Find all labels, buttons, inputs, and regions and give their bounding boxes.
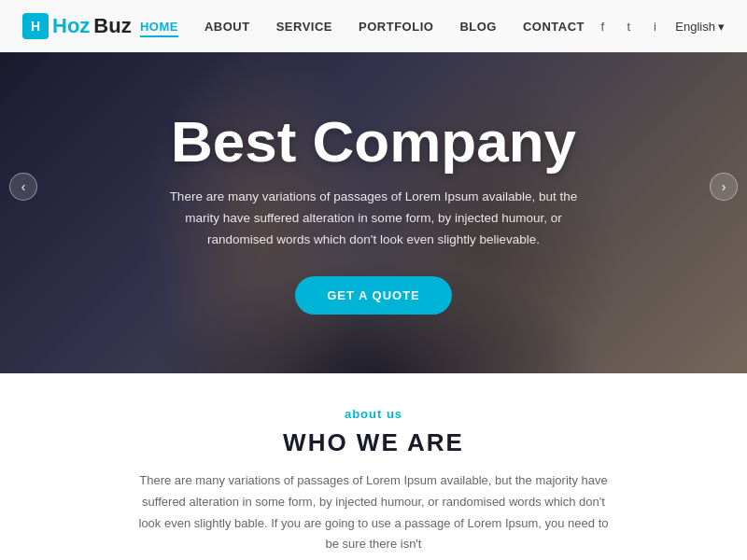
nav-links: HOME ABOUT SERVICE PORTFOLIO BLOG CONTAC… bbox=[140, 18, 585, 35]
about-title: WHO WE ARE bbox=[56, 428, 691, 457]
logo-hoz: Hoz bbox=[52, 14, 90, 38]
nav-item-about[interactable]: ABOUT bbox=[204, 18, 250, 35]
nav-link-contact[interactable]: CONTACT bbox=[523, 20, 585, 34]
carousel-next-button[interactable]: › bbox=[710, 173, 738, 201]
nav-link-blog[interactable]: BLOG bbox=[459, 20, 497, 34]
nav-item-portfolio[interactable]: PORTFOLIO bbox=[359, 18, 433, 35]
nav-link-portfolio[interactable]: PORTFOLIO bbox=[359, 20, 433, 34]
facebook-icon[interactable]: f bbox=[593, 17, 612, 35]
social-icons: f t i bbox=[593, 17, 664, 35]
nav-link-about[interactable]: ABOUT bbox=[204, 20, 250, 34]
hero-section: ‹ › Best Company There are many variatio… bbox=[0, 0, 747, 373]
nav-item-home[interactable]: HOME bbox=[140, 18, 178, 35]
language-label: English bbox=[675, 20, 715, 34]
logo[interactable]: H HozBuz bbox=[22, 13, 132, 39]
about-label: about us bbox=[56, 407, 691, 421]
nav-item-service[interactable]: SERVICE bbox=[276, 18, 332, 35]
nav-right: f t i English ▾ bbox=[593, 17, 725, 35]
navbar: H HozBuz HOME ABOUT SERVICE PORTFOLIO BL… bbox=[0, 0, 747, 52]
twitter-icon[interactable]: t bbox=[619, 17, 638, 35]
chevron-down-icon: ▾ bbox=[718, 20, 725, 34]
logo-icon: H bbox=[22, 13, 49, 39]
hero-content: Best Company There are many variations o… bbox=[0, 0, 747, 373]
get-a-quote-button[interactable]: GET A QUOTE bbox=[295, 276, 452, 315]
about-section: about us WHO WE ARE There are many varia… bbox=[0, 373, 747, 560]
language-selector[interactable]: English ▾ bbox=[675, 20, 725, 34]
nav-link-home[interactable]: HOME bbox=[140, 20, 178, 37]
about-description: There are many variations of passages of… bbox=[131, 470, 616, 555]
logo-buz: Buz bbox=[93, 14, 131, 38]
carousel-prev-button[interactable]: ‹ bbox=[9, 173, 37, 201]
instagram-icon[interactable]: i bbox=[645, 17, 664, 35]
nav-link-service[interactable]: SERVICE bbox=[276, 20, 332, 34]
hero-description: There are many variations of passages of… bbox=[168, 187, 579, 251]
hero-title: Best Company bbox=[171, 111, 576, 172]
nav-item-blog[interactable]: BLOG bbox=[459, 18, 497, 35]
nav-item-contact[interactable]: CONTACT bbox=[523, 18, 585, 35]
